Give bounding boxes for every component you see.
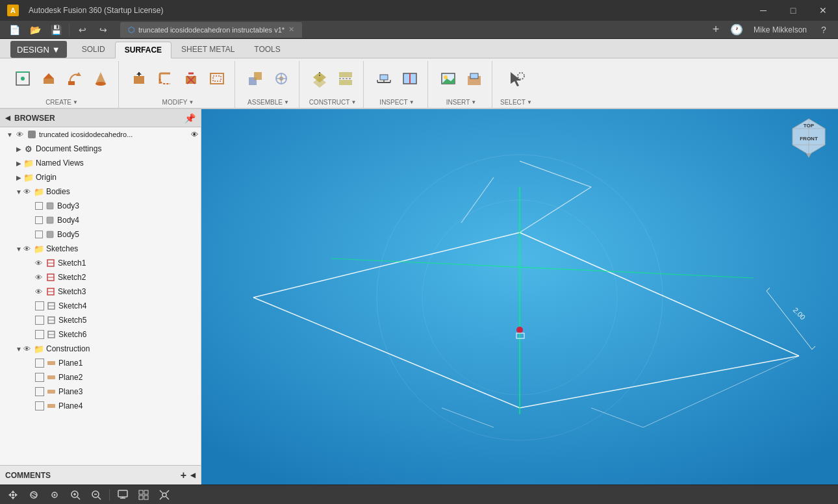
display-settings-button[interactable] — [114, 487, 132, 503]
tab-surface[interactable]: SURFACE — [115, 42, 171, 58]
window-controls[interactable]: ─ □ ✕ — [748, 0, 838, 21]
tree-row-sketch1[interactable]: 👁 Sketch1 — [0, 256, 201, 270]
insert-label: INSERT ▼ — [446, 99, 476, 108]
new-file-button[interactable]: 📄 — [5, 22, 23, 38]
root-visibility-icon[interactable]: 👁 — [14, 129, 25, 140]
bodies-arrow[interactable]: ▼ — [14, 188, 23, 195]
sketch6-checkbox[interactable] — [35, 330, 44, 339]
construction-arrow[interactable]: ▼ — [14, 346, 23, 353]
plane4-icon — [46, 401, 57, 411]
browser-collapse-icon[interactable]: ◀ — [5, 114, 10, 121]
tree-row-doc-settings[interactable]: ▶ ⚙ Document Settings — [0, 142, 201, 156]
insert-image-button[interactable] — [436, 67, 461, 93]
sketch1-visibility[interactable]: 👁 — [35, 259, 44, 267]
zoom-fit-button[interactable] — [87, 487, 105, 503]
tree-row-named-views[interactable]: ▶ 📁 Named Views — [0, 156, 201, 170]
tab-solid[interactable]: SOLID — [72, 41, 115, 58]
look-button[interactable] — [45, 487, 64, 503]
named-views-arrow[interactable]: ▶ — [14, 160, 23, 167]
loft-button[interactable] — [88, 67, 113, 93]
body5-checkbox[interactable] — [35, 231, 43, 238]
root-options-icon[interactable]: 👁 — [191, 131, 198, 138]
tree-row-sketch2[interactable]: 👁 Sketch2 — [0, 270, 201, 284]
tree-row-plane1[interactable]: Plane1 — [0, 356, 201, 370]
pan-button[interactable] — [4, 487, 22, 503]
orbit-button[interactable] — [25, 487, 43, 503]
doc-settings-arrow[interactable]: ▶ — [14, 145, 23, 153]
maximize-button[interactable]: □ — [778, 0, 808, 21]
measure-button[interactable] — [372, 67, 396, 93]
origin-arrow[interactable]: ▶ — [14, 174, 23, 181]
save-button[interactable]: 💾 — [47, 22, 65, 38]
tab-tools[interactable]: TOOLS — [244, 41, 290, 58]
snap-button[interactable] — [155, 487, 173, 503]
tree-row-body3[interactable]: Body3 — [0, 199, 201, 213]
fillet-button[interactable] — [153, 67, 177, 93]
tree-row-sketch4[interactable]: Sketch4 — [0, 299, 201, 313]
section-button[interactable] — [398, 67, 422, 93]
select-button[interactable] — [503, 67, 528, 93]
help-button[interactable]: ? — [815, 22, 833, 38]
tree-row-construction[interactable]: ▼ 👁 📁 Construction — [0, 342, 201, 356]
browser-pin-icon[interactable]: 📌 — [184, 113, 196, 123]
body4-checkbox[interactable] — [35, 216, 43, 224]
create-sketch-button[interactable] — [10, 67, 35, 93]
decal-button[interactable] — [462, 67, 487, 93]
offset-plane-button[interactable] — [307, 67, 332, 93]
plane3-checkbox[interactable] — [35, 387, 44, 396]
plane4-checkbox[interactable] — [35, 401, 44, 410]
comments-add-icon[interactable]: + — [181, 470, 186, 481]
tree-row-sketch6[interactable]: Sketch6 — [0, 327, 201, 342]
tab-sheet-metal[interactable]: SHEET METAL — [171, 41, 244, 58]
sketch2-visibility[interactable]: 👁 — [35, 273, 44, 281]
history-button[interactable]: 🕐 — [728, 22, 746, 38]
sketches-arrow[interactable]: ▼ — [14, 246, 23, 253]
shell-button[interactable] — [205, 67, 229, 93]
body3-checkbox[interactable] — [35, 202, 43, 210]
revolve-button[interactable] — [62, 67, 87, 93]
undo-button[interactable]: ↩ — [73, 22, 92, 38]
sketch5-checkbox[interactable] — [35, 316, 44, 325]
minimize-button[interactable]: ─ — [748, 0, 778, 21]
joint-button[interactable] — [269, 67, 294, 93]
tree-row-origin[interactable]: ▶ 📁 Origin — [0, 170, 201, 184]
press-pull-button[interactable] — [127, 67, 151, 93]
midplane-button[interactable] — [333, 67, 358, 93]
tree-row-body5[interactable]: Body5 — [0, 227, 201, 242]
delete-button[interactable] — [179, 67, 203, 93]
sketch4-checkbox[interactable] — [35, 301, 44, 310]
tree-row-root[interactable]: ▼ 👁 truncated icosidodecahedro... 👁 — [0, 127, 201, 142]
tree-row-sketch5[interactable]: Sketch5 — [0, 313, 201, 327]
viewport[interactable]: 2.00 TOP FRONT — [201, 109, 838, 485]
tree-row-sketch3[interactable]: 👁 Sketch3 — [0, 284, 201, 299]
tree-row-body4[interactable]: Body4 — [0, 213, 201, 227]
new-component-button[interactable] — [243, 67, 268, 93]
open-button[interactable]: 📂 — [26, 22, 44, 38]
nav-cube[interactable]: TOP FRONT — [786, 116, 832, 161]
add-tab-button[interactable]: + — [707, 22, 725, 38]
redo-button[interactable]: ↪ — [94, 22, 112, 38]
extrude-button[interactable] — [36, 67, 61, 93]
construction-visibility-icon[interactable]: 👁 — [23, 345, 32, 353]
bottom-toolbar — [0, 485, 838, 504]
tree-row-bodies[interactable]: ▼ 👁 📁 Bodies — [0, 184, 201, 199]
plane2-checkbox[interactable] — [35, 373, 44, 382]
sketches-visibility-icon[interactable]: 👁 — [23, 245, 32, 253]
zoom-button[interactable] — [66, 487, 84, 503]
design-dropdown[interactable]: DESIGN ▼ — [10, 41, 67, 58]
grid-button[interactable] — [134, 487, 153, 503]
tree-row-sketches[interactable]: ▼ 👁 📁 Sketches — [0, 242, 201, 256]
tree-row-plane2[interactable]: Plane2 — [0, 370, 201, 384]
svg-text:FRONT: FRONT — [800, 136, 818, 142]
root-arrow[interactable]: ▼ — [5, 131, 14, 138]
construct-label: CONSTRUCT ▼ — [309, 99, 357, 108]
close-button[interactable]: ✕ — [808, 0, 838, 21]
plane1-checkbox[interactable] — [35, 359, 44, 368]
sketch3-visibility[interactable]: 👁 — [35, 288, 44, 296]
doc-tab-close[interactable]: ✕ — [288, 25, 294, 34]
tree-row-plane4[interactable]: Plane4 — [0, 399, 201, 413]
document-tab[interactable]: ⬡ truncated icosidodecahedron instructab… — [120, 22, 302, 38]
bodies-visibility-icon[interactable]: 👁 — [23, 188, 32, 195]
comments-collapse-icon[interactable]: ◀ — [190, 472, 196, 479]
tree-row-plane3[interactable]: Plane3 — [0, 384, 201, 399]
